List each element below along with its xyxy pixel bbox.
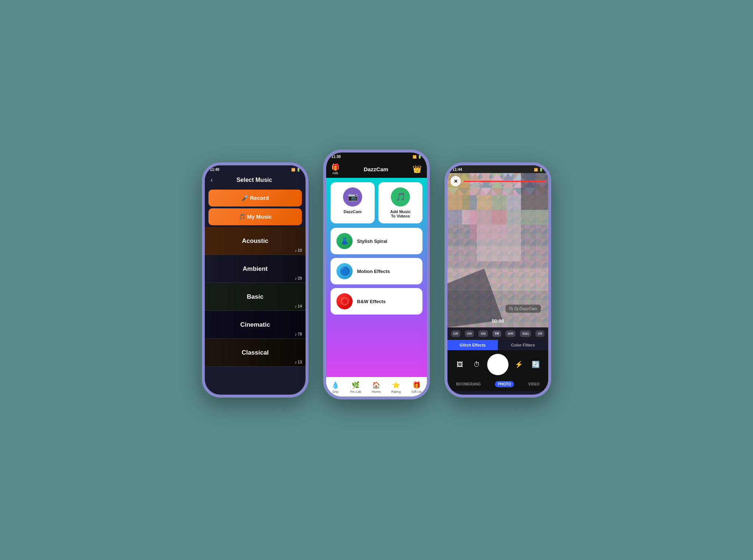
- giftus-icon: 🎁: [413, 381, 421, 389]
- my-music-button[interactable]: 🎵 My Music: [208, 208, 302, 225]
- ambient-label: Ambient: [243, 265, 268, 273]
- motion-effects-icon: 🔵: [336, 263, 353, 279]
- svg-rect-61: [477, 225, 521, 261]
- right-status-icons: 📶 🔋: [534, 168, 543, 172]
- add-music-label: Add MusicTo Videos: [390, 209, 411, 218]
- dazzcam-title: DazzCam: [364, 166, 388, 172]
- ambient-count: ♪ 29: [295, 276, 302, 280]
- filter-sr[interactable]: SR: [535, 330, 545, 337]
- middle-status-icons: 📶 🔋: [413, 155, 422, 159]
- flip-camera-button[interactable]: 🔄: [529, 358, 542, 371]
- basic-label: Basic: [247, 293, 263, 301]
- middle-phone: 11:39 📶 🔋 🎁 Ads DazzCam 👑 📷 DazzCam: [323, 150, 430, 399]
- category-cinematic[interactable]: Cinematic ♪ 78: [205, 311, 306, 339]
- wifi-icon: 📶: [534, 168, 538, 172]
- gift-icon: 🎁: [331, 163, 339, 171]
- nav-drip[interactable]: 💧 Drip: [331, 381, 339, 394]
- shutter-button[interactable]: [487, 354, 508, 375]
- pixlab-label: Pix Lab: [350, 390, 361, 394]
- giftus-label: Gift Us: [411, 390, 422, 394]
- back-button[interactable]: ‹: [211, 177, 213, 183]
- battery-icon: 🔋: [539, 168, 543, 172]
- add-music-card[interactable]: 🎵 Add MusicTo Videos: [378, 182, 422, 223]
- mode-photo[interactable]: PHOTO: [495, 381, 514, 387]
- filter-wr[interactable]: WR: [506, 330, 515, 337]
- filter-row: DR OR SM TR WR SM1 SR: [447, 327, 548, 340]
- right-status-bar: 11:44 📶 🔋: [447, 165, 548, 173]
- recording-progress: [464, 181, 545, 182]
- bw-effects-icon: ⭕: [336, 293, 353, 309]
- camera-timer: 00:00: [492, 318, 504, 324]
- svg-rect-53: [506, 210, 521, 225]
- tab-color-filters[interactable]: Color Filters: [498, 340, 548, 350]
- wifi-icon: 📶: [291, 168, 295, 172]
- filter-tr[interactable]: TR: [492, 330, 501, 337]
- camera-controls: 🖼 ⏱ ⚡ 🔄: [447, 350, 548, 379]
- acoustic-count: ♪ 10: [295, 248, 302, 252]
- nav-giftus[interactable]: 🎁 Gift Us: [411, 381, 422, 394]
- svg-rect-54: [521, 210, 548, 225]
- drip-icon: 💧: [331, 381, 339, 389]
- page-title: Select Music: [216, 177, 292, 183]
- dazzcam-app-label: DazzCam: [344, 209, 362, 214]
- phones-container: 11:40 📶 🔋 ‹ Select Music 🎤 Record 🎵 My M…: [202, 161, 551, 399]
- middle-content: 📷 DazzCam 🎵 Add MusicTo Videos 👗 Stylish…: [326, 178, 427, 377]
- dazzcam-icon: 📷: [343, 187, 362, 207]
- nav-pixlab[interactable]: 🌿 Pix Lab: [350, 381, 361, 394]
- middle-header: 🎁 Ads DazzCam 👑: [326, 160, 427, 178]
- classical-label: Classical: [242, 349, 269, 356]
- svg-rect-47: [506, 195, 521, 210]
- left-phone: 11:40 📶 🔋 ‹ Select Music 🎤 Record 🎵 My M…: [202, 162, 308, 398]
- mosaic-svg: [447, 173, 548, 327]
- battery-icon: 🔋: [296, 168, 300, 172]
- filter-sm1[interactable]: SM1: [520, 330, 531, 337]
- motion-effects-label: Motion Effects: [357, 269, 390, 274]
- gallery-button[interactable]: 🖼: [453, 358, 467, 371]
- rating-icon: ⭐: [392, 381, 400, 389]
- filter-dr[interactable]: DR: [451, 330, 460, 337]
- middle-status-time: 11:39: [331, 155, 341, 159]
- wifi-icon: 📶: [413, 155, 417, 159]
- bw-effects-card[interactable]: ⭕ B&W Effects: [331, 288, 422, 315]
- filter-or[interactable]: OR: [465, 330, 474, 337]
- record-button[interactable]: 🎤 Record: [208, 190, 302, 207]
- cinematic-count: ♪ 78: [295, 332, 302, 336]
- filter-sm[interactable]: SM: [478, 330, 488, 337]
- motion-effects-card[interactable]: 🔵 Motion Effects: [331, 258, 422, 284]
- camera-view: ✕ Dj Dj DazzCam 00:00: [447, 173, 548, 327]
- stylish-spiral-icon: 👗: [336, 233, 353, 249]
- camera-overlay-top: ✕: [447, 173, 548, 189]
- watermark-name: Dj DazzCam: [514, 306, 537, 311]
- stylish-spiral-label: Stylish Spiral: [357, 238, 387, 244]
- effects-tabs: Glitch Effects Color Filters: [447, 340, 548, 350]
- home-icon: 🏠: [372, 381, 380, 389]
- nav-home[interactable]: 🏠 Home: [372, 381, 381, 394]
- close-button[interactable]: ✕: [450, 176, 461, 186]
- bw-effects-label: B&W Effects: [357, 299, 386, 304]
- svg-rect-49: [447, 210, 462, 225]
- tab-glitch-effects[interactable]: Glitch Effects: [447, 340, 498, 350]
- bottom-nav: 💧 Drip 🌿 Pix Lab 🏠 Home ⭐ Rating 🎁 Gift …: [326, 377, 427, 396]
- camera-preview: [447, 173, 548, 327]
- flash-button[interactable]: ⚡: [512, 358, 525, 371]
- top-apps-row: 📷 DazzCam 🎵 Add MusicTo Videos: [331, 182, 422, 223]
- category-ambient[interactable]: Ambient ♪ 29: [205, 255, 306, 283]
- classical-count: ♪ 13: [295, 360, 302, 364]
- nav-rating[interactable]: ⭐ Rating: [391, 381, 401, 394]
- category-basic[interactable]: Basic ♪ 14: [205, 283, 306, 311]
- middle-status-bar: 11:39 📶 🔋: [326, 152, 427, 160]
- category-acoustic[interactable]: Acoustic ♪ 10: [205, 227, 306, 255]
- pixlab-icon: 🌿: [351, 381, 360, 389]
- mode-boomerang[interactable]: BOOMERANG: [453, 381, 483, 387]
- category-classical[interactable]: Classical ♪ 13: [205, 339, 306, 367]
- mode-video[interactable]: VIDEO: [525, 381, 543, 387]
- left-header: ‹ Select Music: [205, 173, 306, 188]
- timer-button[interactable]: ⏱: [470, 358, 483, 371]
- dazzcam-app-card[interactable]: 📷 DazzCam: [331, 182, 375, 223]
- acoustic-label: Acoustic: [242, 237, 268, 245]
- add-music-icon: 🎵: [391, 187, 410, 207]
- stylish-spiral-card[interactable]: 👗 Stylish Spiral: [331, 228, 422, 254]
- ads-badge[interactable]: 🎁 Ads: [331, 163, 339, 175]
- basic-count: ♪ 14: [295, 304, 302, 308]
- svg-rect-45: [477, 195, 492, 210]
